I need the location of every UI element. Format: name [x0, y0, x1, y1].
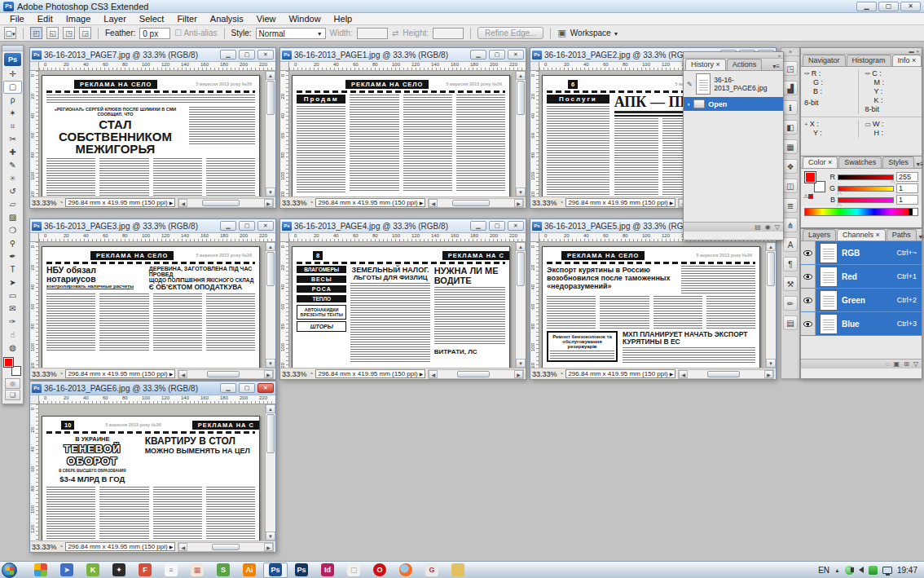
red-value[interactable]: 255: [896, 172, 918, 182]
history-source-row[interactable]: ✎ 36-16-2013_PAGE6.jpg: [684, 71, 783, 97]
horizontal-scrollbar[interactable]: ◀▶: [178, 198, 274, 208]
rectangular-marquee-tool[interactable]: ▢: [3, 81, 22, 94]
horizontal-ruler[interactable]: 020406080100120140160180200220: [39, 395, 275, 404]
document-titlebar[interactable]: Ps 36-16-2013_PAGE7.jpg @ 33.3% (RGB/8) …: [30, 48, 275, 62]
hand-tool[interactable]: ☝: [3, 329, 22, 342]
height-input[interactable]: [433, 28, 464, 39]
horizontal-ruler[interactable]: 020406080100120140160180200220: [289, 62, 526, 71]
maximize-button[interactable]: ▢: [489, 221, 505, 231]
app-titlebar[interactable]: Ps Adobe Photoshop CS3 Extended ▁ ▢ ✕: [0, 0, 924, 13]
layers-panel-icon[interactable]: ◫: [783, 179, 798, 193]
zoom-level[interactable]: 33.33%: [282, 199, 307, 207]
menu-help[interactable]: Help: [328, 14, 359, 24]
zoom-level[interactable]: 33.33%: [532, 199, 557, 207]
tab-layers[interactable]: Layers: [803, 229, 836, 240]
horizontal-scrollbar[interactable]: ◀▶: [428, 198, 524, 208]
document-window-page6[interactable]: Ps 36-16-2013_PAGE6.jpg @ 33.3% (RGB/8) …: [29, 381, 276, 553]
green-value[interactable]: 1: [896, 183, 918, 193]
language-indicator[interactable]: EN: [818, 566, 829, 575]
brush-tool[interactable]: ✎: [3, 159, 22, 172]
bridge-icon[interactable]: ▣: [557, 28, 565, 38]
red-slider[interactable]: [838, 174, 894, 180]
save-selection-icon[interactable]: ▣: [894, 360, 900, 368]
menu-layer[interactable]: Layer: [97, 14, 133, 24]
notes-tool[interactable]: ✉: [3, 302, 22, 315]
document-window-page4[interactable]: Ps 36-16-2013_PAGE4.jpg @ 33.3% (RGB/8) …: [279, 218, 526, 380]
vertical-ruler[interactable]: 020406080100120140160180: [280, 71, 289, 196]
close-button[interactable]: ✕: [508, 50, 524, 60]
green-slider[interactable]: [838, 186, 894, 192]
document-titlebar[interactable]: Ps 36-16-2013_PAGE6.jpg @ 33.3% (RGB/8) …: [30, 382, 275, 395]
canvas-viewport[interactable]: 105 вересня 2013 року №36РЕКЛАМА НА С В …: [39, 404, 265, 540]
tab-swatches[interactable]: Swatches: [838, 157, 882, 168]
document-dimensions[interactable]: 296.84 mm x 419.95 mm (150 ppi)▶: [65, 198, 175, 207]
character-panel-icon[interactable]: A: [783, 237, 798, 252]
vertical-ruler[interactable]: 020406080100120140160180: [30, 242, 39, 368]
refine-edge-button[interactable]: Refine Edge...: [477, 27, 543, 39]
history-state-open[interactable]: ◗ Open: [684, 97, 783, 111]
menu-view[interactable]: View: [250, 14, 283, 24]
illustrator-icon[interactable]: Ai: [237, 563, 262, 578]
clock[interactable]: 19:47: [897, 566, 917, 575]
pen-tool[interactable]: ✒: [3, 250, 22, 263]
pointer-app-icon[interactable]: ➤: [55, 563, 79, 578]
menu-analysis[interactable]: Analysis: [204, 14, 250, 24]
minimize-button[interactable]: ▁: [220, 50, 236, 60]
hidden-icons-chevron[interactable]: ▲: [834, 567, 840, 573]
horizontal-ruler[interactable]: 020406080100120140160180200220: [39, 62, 275, 71]
quick-mask-button[interactable]: ◎: [5, 378, 20, 389]
styles-panel-icon[interactable]: ❖: [783, 159, 798, 174]
menu-file[interactable]: File: [3, 14, 31, 24]
shield-app-icon[interactable]: ✦: [107, 563, 131, 578]
new-snapshot-icon[interactable]: ◉: [765, 223, 771, 231]
horizontal-scrollbar[interactable]: ◀▶: [428, 369, 524, 379]
width-input[interactable]: [357, 28, 388, 39]
dodge-tool[interactable]: ⚲: [3, 237, 22, 250]
close-button[interactable]: ✕: [508, 221, 524, 231]
delete-state-icon[interactable]: ▽: [775, 223, 780, 231]
document-window-page7[interactable]: Ps 36-16-2013_PAGE7.jpg @ 33.3% (RGB/8) …: [29, 47, 276, 209]
zoom-level[interactable]: 33.33%: [32, 199, 57, 207]
app-maximize-button[interactable]: ▢: [878, 2, 899, 11]
document-titlebar[interactable]: Ps 36-16-2013_PAGE3.jpg @ 33.3% (RGB/8) …: [30, 219, 275, 233]
volume-icon[interactable]: [859, 567, 864, 573]
tab-paths[interactable]: Paths: [887, 229, 917, 240]
document-window-page3[interactable]: Ps 36-16-2013_PAGE3.jpg @ 33.3% (RGB/8) …: [29, 218, 276, 380]
histogram-panel-icon[interactable]: ▟: [783, 81, 798, 95]
network-icon[interactable]: [882, 567, 892, 574]
move-tool[interactable]: ✛: [3, 68, 22, 81]
close-button[interactable]: ✕: [257, 50, 274, 60]
document-app-icon[interactable]: ▢: [341, 563, 366, 578]
tab-info[interactable]: Info ×: [892, 55, 922, 66]
eraser-tool[interactable]: ▱: [3, 198, 22, 211]
spot-healing-brush-tool[interactable]: ✚: [3, 146, 22, 159]
zoom-level[interactable]: 33.33%: [32, 543, 57, 551]
menu-window[interactable]: Window: [282, 14, 327, 24]
quick-selection-tool[interactable]: ✶: [3, 107, 22, 120]
visibility-toggle[interactable]: [801, 289, 816, 311]
add-to-selection-button[interactable]: ◱: [46, 27, 59, 39]
style-select[interactable]: Normal ▼: [256, 28, 326, 39]
blur-tool[interactable]: ❍: [3, 224, 22, 237]
brushes-panel-icon[interactable]: ✏: [783, 296, 798, 311]
new-selection-button[interactable]: ◰: [30, 27, 42, 39]
canvas-viewport[interactable]: РЕКЛАМА НА СЕЛО5 вересня 2013 року №36 Э…: [539, 242, 765, 368]
navigator-panel-icon[interactable]: ◳: [783, 61, 798, 76]
tab-navigator[interactable]: Navigator: [803, 55, 846, 66]
panel-grip[interactable]: ▬×: [801, 48, 922, 55]
vertical-scrollbar[interactable]: ▲▼: [265, 71, 275, 196]
path-selection-tool[interactable]: ➤: [3, 276, 22, 289]
gif-viewer-icon[interactable]: G: [420, 563, 444, 578]
zoom-level[interactable]: 33.33%: [282, 370, 307, 378]
vertical-ruler[interactable]: 020406080100120140160180: [530, 242, 539, 368]
collapse-icon[interactable]: ▬: [909, 49, 913, 54]
eyedropper-tool[interactable]: ✑: [3, 315, 22, 329]
visibility-toggle[interactable]: [801, 265, 816, 288]
zoom-level[interactable]: 33.33%: [32, 370, 57, 378]
tab-styles[interactable]: Styles: [882, 157, 914, 168]
gradient-tool[interactable]: ▨: [3, 211, 22, 224]
crop-tool[interactable]: ⌗: [3, 120, 22, 133]
app-minimize-button[interactable]: ▁: [856, 2, 877, 11]
color-spectrum-ramp[interactable]: [804, 208, 918, 216]
vertical-scrollbar[interactable]: ▲▼: [265, 404, 275, 540]
